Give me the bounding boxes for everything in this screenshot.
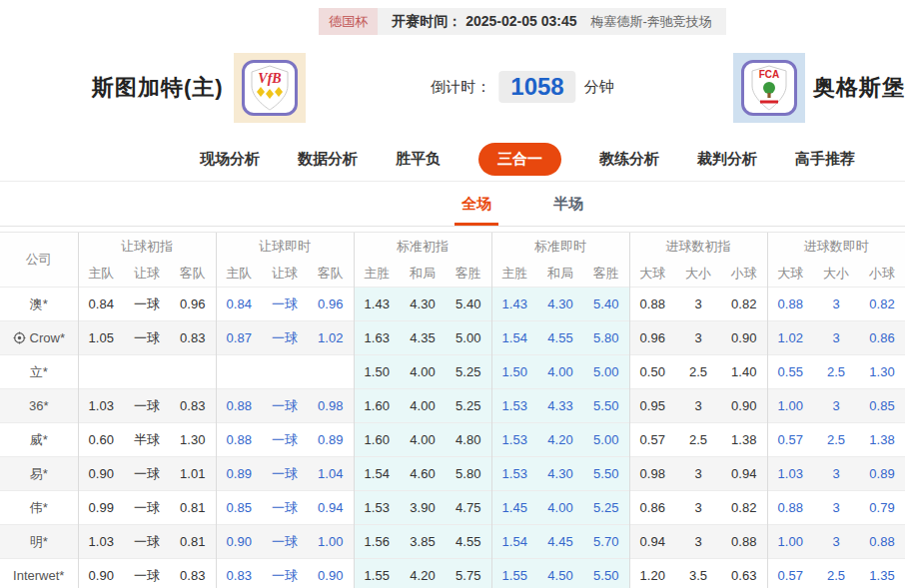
company-cell[interactable]: 易* (0, 457, 78, 491)
odds-cell[interactable]: 0.89 (216, 457, 262, 491)
odds-cell[interactable]: 一球 (262, 491, 308, 525)
odds-cell[interactable]: 一球 (262, 389, 308, 423)
match-info-bar: 德国杯 开赛时间：2025-02-05 03:45 梅塞德斯-奔驰竞技场 (319, 8, 726, 35)
odds-cell[interactable]: 0.82 (859, 288, 905, 321)
odds-cell[interactable]: 4.20 (537, 423, 583, 457)
odds-cell[interactable]: 1.38 (859, 423, 905, 457)
odds-cell[interactable]: 5.00 (583, 423, 629, 457)
odds-cell[interactable]: 一球 (262, 525, 308, 559)
odds-cell[interactable]: 1.45 (491, 491, 537, 525)
odds-cell[interactable]: 0.90 (216, 525, 262, 559)
odds-cell[interactable]: 1.02 (767, 321, 813, 355)
odds-cell[interactable]: 0.96 (308, 288, 354, 321)
odds-cell[interactable]: 1.53 (491, 389, 537, 423)
odds-cell[interactable]: 1.04 (308, 457, 354, 491)
company-cell[interactable]: 立* (0, 355, 78, 389)
odds-cell[interactable]: 1.54 (491, 321, 537, 355)
odds-cell[interactable]: 0.87 (216, 321, 262, 355)
odds-cell: 4.00 (400, 423, 446, 457)
odds-cell[interactable]: 2.5 (813, 559, 859, 588)
odds-cell[interactable]: 0.88 (216, 423, 262, 457)
odds-cell[interactable]: 3 (813, 288, 859, 321)
odds-cell[interactable]: 1.30 (859, 355, 905, 389)
odds-cell[interactable]: 0.55 (767, 355, 813, 389)
odds-cell[interactable]: 1.00 (767, 389, 813, 423)
odds-cell[interactable]: 0.84 (216, 288, 262, 321)
odds-cell[interactable]: 5.00 (583, 355, 629, 389)
odds-cell[interactable]: 3 (813, 457, 859, 491)
odds-cell[interactable]: 1.43 (491, 288, 537, 321)
odds-cell[interactable]: 0.79 (859, 491, 905, 525)
odds-cell[interactable]: 0.89 (859, 457, 905, 491)
odds-cell[interactable]: 1.54 (491, 525, 537, 559)
nav-tab-7[interactable]: 高手推荐 (795, 150, 855, 169)
odds-cell[interactable]: 0.98 (308, 389, 354, 423)
company-cell[interactable]: 澳* (0, 288, 78, 321)
odds-cell[interactable]: 5.70 (583, 525, 629, 559)
odds-cell[interactable]: 4.30 (537, 457, 583, 491)
odds-cell[interactable]: 1.02 (308, 321, 354, 355)
odds-cell[interactable]: 4.50 (537, 559, 583, 588)
odds-cell[interactable]: 0.88 (216, 389, 262, 423)
odds-cell[interactable]: 5.25 (583, 491, 629, 525)
odds-cell[interactable]: 5.50 (583, 457, 629, 491)
odds-cell[interactable]: 0.85 (859, 389, 905, 423)
nav-tab-4[interactable]: 三合一 (478, 143, 561, 176)
odds-cell[interactable]: 4.33 (537, 389, 583, 423)
nav-tab-3[interactable]: 胜平负 (396, 150, 441, 169)
odds-cell[interactable]: 3 (813, 389, 859, 423)
odds-cell[interactable]: 3 (813, 491, 859, 525)
odds-cell[interactable]: 5.50 (583, 389, 629, 423)
odds-cell[interactable]: 0.90 (308, 559, 354, 588)
odds-cell[interactable]: 5.80 (583, 321, 629, 355)
odds-cell[interactable]: 1.53 (491, 423, 537, 457)
odds-cell[interactable]: 0.83 (216, 559, 262, 588)
odds-cell[interactable]: 0.86 (859, 321, 905, 355)
odds-cell[interactable]: 一球 (262, 559, 308, 588)
company-cell[interactable]: 36* (0, 389, 78, 423)
company-cell[interactable]: Interwet* (0, 559, 78, 588)
nav-tab-5[interactable]: 教练分析 (599, 150, 659, 169)
odds-cell[interactable]: 0.85 (216, 491, 262, 525)
company-cell[interactable]: Crow* (0, 321, 78, 355)
company-cell[interactable]: 明* (0, 525, 78, 559)
odds-cell[interactable]: 1.55 (491, 559, 537, 588)
odds-cell[interactable]: 1.35 (859, 559, 905, 588)
odds-cell[interactable]: 一球 (262, 321, 308, 355)
odds-cell[interactable]: 0.88 (859, 525, 905, 559)
company-cell[interactable]: 威* (0, 423, 78, 457)
odds-cell[interactable]: 0.94 (308, 491, 354, 525)
odds-cell[interactable]: 1.03 (767, 457, 813, 491)
away-team-logo: FCA (741, 60, 797, 116)
odds-cell[interactable]: 3 (813, 321, 859, 355)
nav-tab-6[interactable]: 裁判分析 (697, 150, 757, 169)
nav-tab-1[interactable]: 现场分析 (200, 150, 260, 169)
odds-cell[interactable]: 一球 (262, 457, 308, 491)
sub-tab-1[interactable]: 全场 (454, 195, 498, 226)
odds-cell[interactable]: 1.53 (491, 457, 537, 491)
odds-cell[interactable]: 一球 (262, 288, 308, 321)
odds-cell[interactable]: 4.00 (537, 491, 583, 525)
odds-cell[interactable]: 1.50 (491, 355, 537, 389)
odds-cell[interactable]: 4.30 (537, 288, 583, 321)
odds-cell[interactable]: 3 (813, 525, 859, 559)
odds-cell[interactable]: 1.00 (308, 525, 354, 559)
sub-tab-2[interactable]: 半场 (546, 195, 590, 226)
odds-cell[interactable]: 0.88 (767, 288, 813, 321)
odds-cell[interactable]: 0.88 (767, 491, 813, 525)
odds-cell[interactable]: 一球 (262, 423, 308, 457)
odds-cell[interactable]: 5.50 (583, 559, 629, 588)
odds-cell[interactable]: 2.5 (813, 423, 859, 457)
odds-cell[interactable]: 5.40 (583, 288, 629, 321)
odds-cell[interactable]: 0.57 (767, 559, 813, 588)
odds-cell[interactable]: 4.00 (537, 355, 583, 389)
odds-cell[interactable]: 4.55 (537, 321, 583, 355)
nav-tab-2[interactable]: 数据分析 (298, 150, 358, 169)
company-cell[interactable]: 伟* (0, 491, 78, 525)
group-header-6: 进球数即时 (767, 233, 905, 262)
odds-cell[interactable]: 4.45 (537, 525, 583, 559)
odds-cell[interactable]: 1.00 (767, 525, 813, 559)
odds-cell[interactable]: 2.5 (813, 355, 859, 389)
odds-cell[interactable]: 0.57 (767, 423, 813, 457)
odds-cell[interactable]: 0.89 (308, 423, 354, 457)
